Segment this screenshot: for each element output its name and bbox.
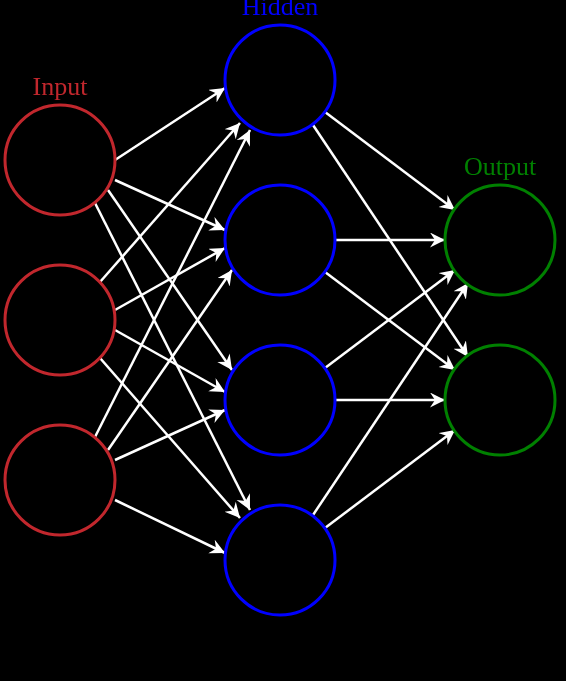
edges-hidden-output bbox=[313, 112, 468, 528]
svg-line-7 bbox=[100, 358, 240, 518]
output-layer bbox=[445, 185, 555, 455]
input-node bbox=[5, 425, 115, 535]
edges-input-hidden bbox=[95, 88, 250, 553]
svg-line-0 bbox=[115, 88, 225, 160]
input-label: Input bbox=[33, 72, 89, 101]
svg-line-16 bbox=[325, 270, 455, 368]
hidden-node bbox=[225, 25, 335, 135]
hidden-node bbox=[225, 505, 335, 615]
neural-network-diagram: Input Hidden Output bbox=[0, 0, 566, 681]
input-node bbox=[5, 265, 115, 375]
hidden-node bbox=[225, 185, 335, 295]
hidden-label: Hidden bbox=[242, 0, 319, 21]
hidden-node bbox=[225, 345, 335, 455]
output-node bbox=[445, 185, 555, 295]
hidden-layer bbox=[225, 25, 335, 615]
svg-line-19 bbox=[325, 430, 455, 528]
svg-line-15 bbox=[325, 272, 455, 370]
output-node bbox=[445, 345, 555, 455]
input-node bbox=[5, 105, 115, 215]
svg-line-4 bbox=[100, 123, 240, 282]
output-label: Output bbox=[464, 152, 537, 181]
svg-line-9 bbox=[108, 270, 232, 450]
input-layer bbox=[5, 105, 115, 535]
svg-line-12 bbox=[325, 112, 455, 210]
svg-line-11 bbox=[115, 500, 225, 553]
svg-line-5 bbox=[115, 248, 225, 310]
